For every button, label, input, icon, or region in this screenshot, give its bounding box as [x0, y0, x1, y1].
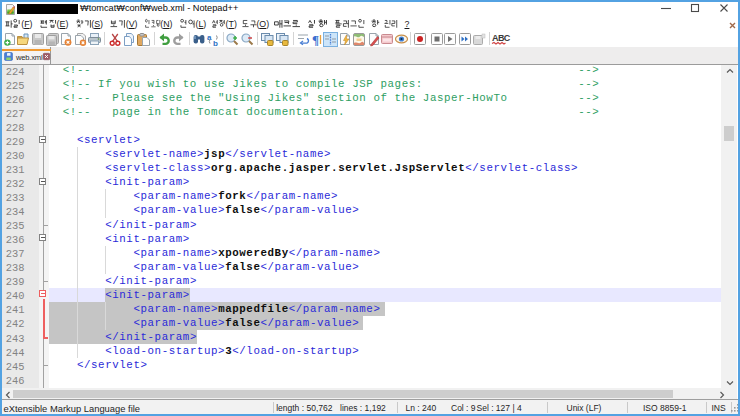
svg-text:¶: ¶ [312, 32, 319, 47]
svg-text:ABC: ABC [492, 33, 511, 43]
